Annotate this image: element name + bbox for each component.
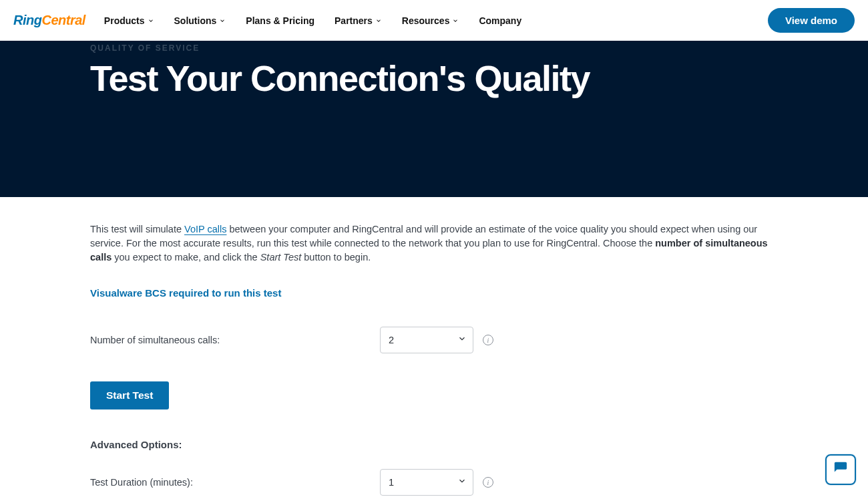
info-icon[interactable]: i	[483, 477, 493, 488]
intro-paragraph: This test will simulate VoIP calls betwe…	[90, 222, 778, 265]
nav-item-label: Company	[479, 15, 521, 26]
nav-item-company[interactable]: Company	[479, 15, 521, 26]
page-title: Test Your Connection's Quality	[90, 59, 778, 98]
calls-select[interactable]	[380, 327, 473, 353]
row-simultaneous-calls: Number of simultaneous calls: i	[90, 327, 778, 353]
calls-select-wrap	[380, 327, 473, 353]
chat-button[interactable]	[825, 454, 856, 485]
requirement-link[interactable]: Visualware BCS required to run this test	[90, 287, 778, 299]
nav-item-solutions[interactable]: Solutions	[174, 15, 226, 26]
main-content: This test will simulate VoIP calls betwe…	[90, 197, 778, 497]
row-test-duration: Test Duration (minutes): i	[90, 469, 778, 496]
intro-italic: Start Test	[260, 252, 302, 263]
nav-item-products[interactable]: Products	[104, 15, 154, 26]
view-demo-button[interactable]: View demo	[768, 8, 855, 33]
duration-label: Test Duration (minutes):	[90, 477, 380, 488]
logo-part1: Ring	[13, 13, 41, 28]
logo[interactable]: RingCentral	[13, 13, 85, 28]
nav-item-plans-pricing[interactable]: Plans & Pricing	[246, 15, 314, 26]
intro-text: This test will simulate	[90, 224, 184, 234]
nav-item-label: Products	[104, 15, 145, 26]
advanced-options-heading: Advanced Options:	[90, 439, 778, 450]
top-nav: RingCentral ProductsSolutionsPlans & Pri…	[0, 0, 868, 41]
hero-eyebrow: QUALITY OF SERVICE	[90, 43, 778, 53]
intro-text: you expect to make, and click the	[112, 252, 260, 263]
hero: QUALITY OF SERVICE Test Your Connection'…	[0, 41, 868, 197]
nav-item-label: Partners	[335, 15, 373, 26]
info-icon[interactable]: i	[483, 335, 493, 345]
nav-item-partners[interactable]: Partners	[335, 15, 382, 26]
nav-item-label: Resources	[402, 15, 450, 26]
nav-item-label: Solutions	[174, 15, 217, 26]
chevron-down-icon	[375, 17, 382, 24]
chevron-down-icon	[219, 17, 226, 24]
start-test-button[interactable]: Start Test	[90, 381, 169, 409]
logo-part2: Central	[41, 13, 85, 28]
intro-text: button to begin.	[301, 252, 371, 263]
calls-label: Number of simultaneous calls:	[90, 335, 380, 345]
voip-calls-link[interactable]: VoIP calls	[184, 224, 226, 234]
chevron-down-icon	[148, 17, 154, 24]
nav-item-label: Plans & Pricing	[246, 15, 314, 26]
chevron-down-icon	[452, 17, 459, 24]
duration-select[interactable]	[380, 469, 473, 496]
duration-select-wrap	[380, 469, 473, 496]
nav-item-resources[interactable]: Resources	[402, 15, 459, 26]
chat-icon	[833, 461, 848, 478]
nav-links: ProductsSolutionsPlans & PricingPartners…	[104, 15, 768, 26]
